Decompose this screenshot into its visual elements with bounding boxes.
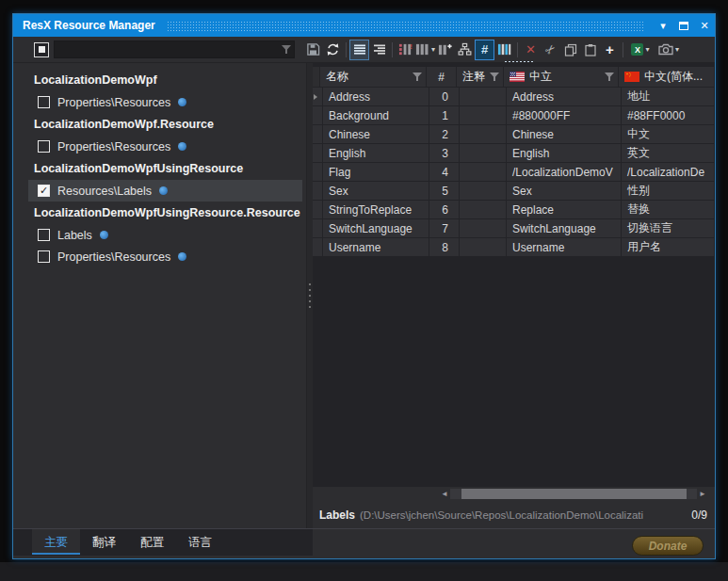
tree-item[interactable]: Properties\Resources (28, 91, 302, 113)
filter-icon[interactable] (490, 73, 499, 82)
column-header-comment[interactable]: 注释 (457, 67, 504, 88)
align-lines-toggle[interactable] (369, 40, 389, 60)
checkbox[interactable] (38, 250, 50, 263)
cell-chinese[interactable]: 英文 (622, 144, 715, 163)
cut-button[interactable]: ✂ (541, 40, 560, 60)
checkbox[interactable] (38, 140, 50, 153)
hierarchy-view-button[interactable] (455, 40, 475, 60)
cell-comment[interactable] (460, 182, 507, 201)
cell-comment[interactable] (460, 125, 507, 144)
cell-key[interactable]: Sex (323, 182, 429, 201)
cell-comment[interactable] (460, 219, 507, 238)
scroll-left-arrow[interactable]: ◄ (439, 487, 450, 501)
cell-neutral[interactable]: Chinese (507, 125, 622, 144)
cell-key[interactable]: StringToReplace (323, 201, 429, 219)
snapshot-button[interactable]: ▾ (655, 40, 683, 60)
cell-comment[interactable] (460, 106, 507, 125)
cell-comment[interactable] (460, 144, 507, 163)
add-entry-button[interactable]: + (600, 40, 620, 60)
cell-key[interactable]: Background (323, 106, 429, 125)
table-row[interactable]: Background 1 #880000FF #88FF0000 (313, 106, 715, 125)
cell-key[interactable]: Username (323, 238, 429, 257)
checkbox[interactable] (38, 229, 50, 241)
cell-key[interactable]: SwitchLanguage (323, 219, 429, 238)
tab-translate[interactable]: 翻译 (80, 529, 128, 555)
columns-select-button[interactable]: ▾ (415, 40, 435, 60)
cell-neutral[interactable]: Address (507, 88, 622, 106)
svg-text:!: ! (410, 42, 413, 51)
wrap-lines-toggle[interactable] (349, 40, 369, 60)
cell-chinese[interactable]: /LocalizationDe (622, 163, 715, 182)
cell-index: 1 (429, 106, 460, 125)
tree-item[interactable]: Properties\Resources (28, 136, 302, 157)
filter-icon[interactable] (605, 73, 614, 82)
cell-comment[interactable] (460, 163, 507, 182)
table-row[interactable]: English 3 English 英文 (313, 144, 715, 163)
cell-chinese[interactable]: 地址 (622, 88, 715, 106)
checkbox-checked[interactable]: ✓ (38, 185, 50, 197)
cell-neutral[interactable]: Sex (507, 182, 622, 201)
paste-button[interactable] (580, 40, 600, 60)
cell-neutral[interactable]: #880000FF (507, 106, 622, 125)
cell-chinese[interactable]: #88FF0000 (622, 106, 715, 125)
cn-flag-icon (624, 72, 639, 82)
cell-selection-button[interactable] (494, 40, 514, 60)
scrollbar-thumb[interactable] (461, 489, 687, 499)
cell-chinese[interactable]: 用户名 (622, 238, 715, 257)
tree-item-label: Labels (57, 229, 92, 242)
cell-key[interactable]: English (323, 144, 429, 163)
tab-configuration[interactable]: 配置 (128, 529, 176, 555)
refresh-button[interactable] (323, 40, 343, 60)
tree-item[interactable]: Labels (28, 224, 302, 246)
column-header-chinese[interactable]: 中文(简体... (619, 67, 715, 88)
tab-main[interactable]: 主要 (32, 529, 80, 555)
table-row[interactable]: SwitchLanguage 7 SwitchLanguage 切换语言 (313, 219, 715, 238)
select-all-toggle[interactable] (34, 42, 49, 57)
tree-item-selected[interactable]: ✓ Resources\Labels (28, 180, 302, 202)
scroll-right-arrow[interactable]: ► (697, 487, 708, 501)
copy-button[interactable] (560, 40, 580, 60)
window-menu-button[interactable]: ▾ (653, 14, 673, 37)
invalid-columns-button[interactable]: ! (396, 40, 415, 60)
cell-neutral[interactable]: Replace (507, 201, 622, 219)
cell-neutral[interactable]: SwitchLanguage (507, 219, 622, 238)
cell-neutral[interactable]: Username (507, 238, 622, 257)
cell-key[interactable]: Flag (323, 163, 429, 182)
checkbox[interactable] (38, 96, 50, 108)
cell-chinese[interactable]: 切换语言 (622, 219, 715, 238)
filter-icon[interactable] (413, 73, 422, 82)
tree-item[interactable]: Properties\Resources (28, 246, 302, 267)
cell-comment[interactable] (460, 88, 507, 106)
scrollbar-track[interactable] (450, 489, 697, 499)
close-button[interactable]: ✕ (694, 14, 715, 37)
table-row[interactable]: Address 0 Address 地址 (313, 88, 715, 106)
horizontal-scrollbar[interactable]: ◄ ► (439, 487, 708, 501)
table-row[interactable]: Sex 5 Sex 性别 (313, 182, 715, 201)
cell-key[interactable]: Chinese (323, 125, 429, 144)
table-row[interactable]: Chinese 2 Chinese 中文 (313, 125, 715, 144)
cell-neutral[interactable]: English (507, 144, 622, 163)
show-index-toggle[interactable]: # (475, 40, 494, 60)
add-column-button[interactable] (435, 40, 455, 60)
search-input[interactable] (54, 40, 295, 58)
maximize-button[interactable] (673, 14, 694, 37)
cell-comment[interactable] (460, 238, 507, 257)
save-button[interactable] (303, 40, 323, 60)
cell-comment[interactable] (460, 201, 507, 219)
column-header-index[interactable]: # (427, 67, 457, 88)
tab-language[interactable]: 语言 (176, 529, 224, 555)
cell-neutral[interactable]: /LocalizationDemoV (507, 163, 622, 182)
donate-button[interactable]: Donate (632, 536, 704, 556)
title-bar[interactable]: ResX Resource Manager ▾ ✕ (13, 14, 715, 37)
cell-chinese[interactable]: 性别 (622, 182, 715, 201)
cell-key[interactable]: Address (323, 88, 429, 106)
cell-chinese[interactable]: 中文 (622, 125, 715, 144)
column-header-neutral[interactable]: 中立 (504, 67, 619, 88)
cell-chinese[interactable]: 替换 (622, 201, 715, 219)
excel-export-button[interactable]: X ▾ (626, 40, 655, 60)
delete-button[interactable]: ✕ (521, 40, 541, 60)
table-row[interactable]: StringToReplace 6 Replace 替换 (313, 201, 715, 219)
column-header-key[interactable]: 名称 (320, 67, 427, 88)
table-row[interactable]: Flag 4 /LocalizationDemoV /LocalizationD… (313, 163, 715, 182)
table-row[interactable]: Username 8 Username 用户名 (313, 238, 715, 257)
